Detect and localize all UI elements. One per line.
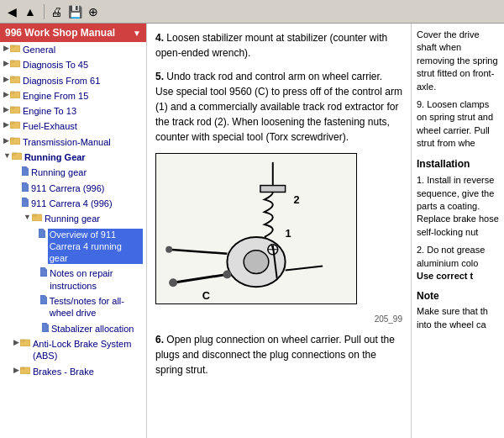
sidebar-label-diagnosis-from-61: Diagnosis From 61: [23, 75, 100, 87]
note-title: Note: [417, 289, 499, 303]
svg-rect-19: [20, 340, 24, 341]
right-step9-text: Loosen clamps on spring strut and wheel …: [417, 99, 493, 148]
sidebar-item-carrera-4-996[interactable]: 911 Carrera 4 (996): [0, 196, 146, 211]
step-4-text: Loosen stabilizer mount at stabilizer (c…: [155, 32, 387, 59]
tree-item-icon-notes-repair: [40, 267, 47, 278]
sidebar-item-general[interactable]: ▶General: [0, 42, 146, 57]
step-6: 6. Open plug connection on wheel carrier…: [155, 332, 402, 377]
collapse-icon-general[interactable]: ▶: [3, 44, 9, 52]
collapse-icon-transmission-manual[interactable]: ▶: [3, 136, 9, 145]
sidebar-collapse-icon[interactable]: ▼: [133, 29, 141, 38]
sidebar-item-running-gear-sub2[interactable]: ▼Running gear: [0, 211, 146, 226]
svg-rect-11: [10, 122, 14, 124]
toolbar: ◀ ▲ 🖨 💾 ⊕: [0, 0, 504, 24]
add-icon[interactable]: ⊕: [85, 3, 102, 20]
tree-item-icon-engine-from-15: [10, 90, 20, 100]
sidebar-item-running-gear-sub[interactable]: Running gear: [0, 165, 146, 180]
tree-item-icon-fuel-exhaust: [10, 120, 20, 130]
sidebar-item-engine-to-13[interactable]: ▶Engine To 13: [0, 103, 146, 119]
tree-item-icon-transmission-manual: [10, 136, 20, 146]
sidebar-item-carrera-996[interactable]: 911 Carrera (996): [0, 181, 146, 196]
collapse-icon-running-gear[interactable]: ▼: [3, 151, 11, 160]
svg-rect-9: [10, 107, 14, 108]
up-icon[interactable]: ▲: [22, 3, 39, 20]
tree-item-icon-carrera-4-996: [22, 198, 29, 208]
sidebar-label-carrera-4-996: 911 Carrera 4 (996): [31, 198, 113, 209]
step-6-num: 6.: [155, 334, 164, 346]
sidebar-item-fuel-exhaust[interactable]: ▶Fuel-Exhaust: [0, 119, 146, 134]
tree-item-icon-running-gear: [12, 151, 22, 161]
right-panel: Cover the drive shaft when removing the …: [412, 24, 504, 438]
tree-item-icon-stabalizer: [42, 323, 49, 334]
tree-item-icon-diagnosis-to-45: [10, 59, 20, 69]
sidebar-item-engine-from-15[interactable]: ▶Engine From 15: [0, 88, 146, 103]
install-text: Install in reverse sequence, give the pa…: [417, 175, 499, 237]
collapse-icon-diagnosis-to-45[interactable]: ▶: [3, 59, 9, 67]
collapse-icon-anti-lock[interactable]: ▶: [13, 338, 19, 346]
note-text: Make sure that th into the wheel ca: [417, 305, 499, 331]
tree-item-icon-overview: [39, 229, 45, 240]
sidebar-label-notes-repair: Notes on repair instructions: [50, 267, 143, 292]
right-install1: 1. Install in reverse sequence, give the…: [417, 174, 499, 239]
svg-point-26: [244, 251, 269, 274]
save-icon[interactable]: 💾: [66, 3, 83, 20]
sidebar-item-running-gear[interactable]: ▼Running Gear: [0, 150, 146, 165]
diagram-box: 2 1 C: [155, 153, 357, 304]
donot-num: 2.: [417, 245, 424, 255]
svg-rect-40: [260, 186, 286, 193]
sidebar-label-transmission-manual: Transmission-Manual: [23, 136, 111, 148]
sidebar-item-stabalizer[interactable]: Stabalizer allocation: [0, 321, 146, 336]
sidebar-label-running-gear-sub2: Running gear: [45, 213, 100, 224]
diagram-svg: 2 1 C: [156, 154, 356, 303]
right-step9: 9. Loosen clamps on spring strut and whe…: [417, 98, 499, 150]
svg-text:2: 2: [294, 193, 300, 206]
collapse-icon-brakes-brake[interactable]: ▶: [13, 366, 19, 374]
donot-text: Do not grease aluminium colo: [417, 245, 485, 267]
svg-rect-1: [10, 45, 14, 47]
collapse-icon-fuel-exhaust[interactable]: ▶: [3, 120, 9, 129]
sidebar-item-diagnosis-to-45[interactable]: ▶Diagnosis To 45: [0, 57, 146, 72]
tree-item-icon-carrera-996: [22, 182, 29, 193]
svg-point-28: [169, 278, 177, 287]
sidebar-item-transmission-manual[interactable]: ▶Transmission-Manual: [0, 135, 146, 150]
svg-text:1: 1: [286, 227, 291, 240]
sidebar-label-anti-lock: Anti-Lock Brake System (ABS): [33, 338, 143, 362]
installation-title: Installation: [417, 157, 499, 172]
sidebar-item-notes-repair[interactable]: Notes on repair instructions: [0, 266, 146, 293]
sidebar-label-diagnosis-to-45: Diagnosis To 45: [23, 59, 88, 71]
step-5: 5. Undo track rod and control arm on whe…: [155, 69, 402, 145]
svg-rect-3: [10, 61, 14, 62]
back-icon[interactable]: ◀: [3, 3, 20, 20]
svg-point-31: [165, 246, 172, 253]
step-4-num: 4.: [155, 32, 164, 44]
sidebar-label-running-gear-sub: Running gear: [31, 166, 87, 178]
main-container: 996 Work Shop Manual ▼ ▶General▶Diagnosi…: [0, 24, 504, 438]
tree-item-icon-brakes-brake: [20, 366, 30, 376]
sidebar-label-engine-from-15: Engine From 15: [23, 90, 88, 102]
diagram-caption: 205_99: [155, 313, 402, 325]
tree-item-icon-running-gear-sub2: [32, 213, 42, 223]
tree-container: ▶General▶Diagnosis To 45▶Diagnosis From …: [0, 42, 146, 379]
right-intro-text: Cover the drive shaft when removing the …: [417, 29, 499, 93]
main-content: 4. Loosen stabilizer mount at stabilizer…: [147, 24, 412, 438]
svg-text:C: C: [202, 289, 210, 302]
collapse-icon-running-gear-sub2[interactable]: ▼: [24, 213, 31, 221]
collapse-icon-diagnosis-from-61[interactable]: ▶: [3, 75, 9, 83]
sidebar-item-anti-lock[interactable]: ▶Anti-Lock Brake System (ABS): [0, 336, 146, 364]
collapse-icon-engine-from-15[interactable]: ▶: [3, 90, 9, 98]
sidebar-item-diagnosis-from-61[interactable]: ▶Diagnosis From 61: [0, 73, 146, 88]
sidebar-item-tests-notes[interactable]: Tests/notes for all-wheel drive: [0, 293, 146, 321]
collapse-icon-engine-to-13[interactable]: ▶: [3, 105, 9, 113]
tree-item-icon-anti-lock: [20, 338, 30, 348]
sidebar-title-text: 996 Work Shop Manual: [5, 27, 115, 39]
right-donot: 2. Do not grease aluminium colo Use corr…: [417, 244, 499, 282]
sidebar-item-brakes-brake[interactable]: ▶Brakes - Brake: [0, 364, 146, 379]
print-icon[interactable]: 🖨: [48, 3, 65, 20]
tree-item-icon-running-gear-sub: [22, 166, 29, 177]
step-4: 4. Loosen stabilizer mount at stabilizer…: [155, 30, 402, 61]
sidebar-item-overview[interactable]: Overview of 911 Carrera 4 running gear: [0, 227, 146, 266]
sidebar-label-engine-to-13: Engine To 13: [23, 105, 76, 117]
svg-point-29: [223, 270, 231, 278]
sidebar: 996 Work Shop Manual ▼ ▶General▶Diagnosi…: [0, 24, 147, 438]
tree-item-icon-engine-to-13: [10, 105, 20, 115]
